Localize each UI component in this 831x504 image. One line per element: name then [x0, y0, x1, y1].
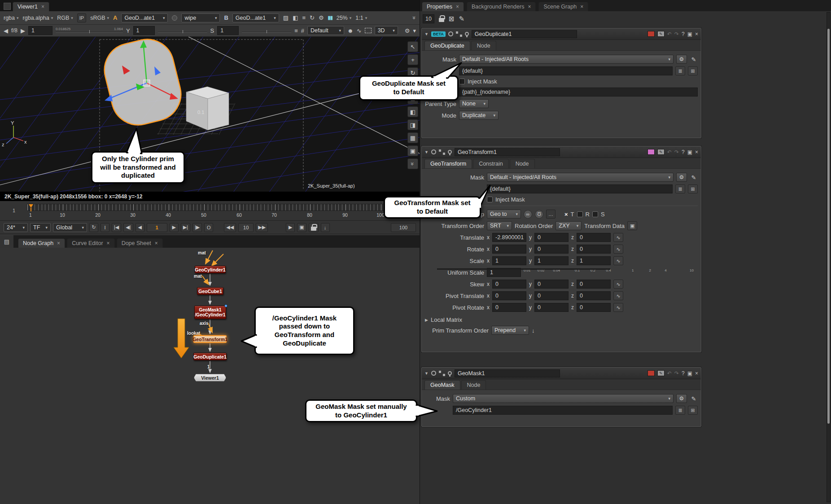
chevron-down-icon[interactable]: ▾	[413, 27, 416, 34]
scale-x-field[interactable]: 1	[492, 256, 526, 265]
float-panel-icon[interactable]: ▣	[687, 370, 692, 377]
prim-order-dropdown[interactable]: Prepend▾	[491, 326, 529, 335]
mask-pattern-field[interactable]: /GeoCylinder1	[453, 406, 673, 415]
lock-range-button[interactable]	[309, 223, 319, 232]
prev-view-icon[interactable]: ◀	[4, 27, 8, 34]
clear-panels-icon[interactable]: ⊠	[449, 15, 455, 23]
close-icon[interactable]: ×	[695, 370, 698, 377]
animation-curve-icon[interactable]: ∿	[613, 280, 623, 289]
node-color-swatch[interactable]	[647, 149, 655, 155]
tab-background-renders[interactable]: Background Renders×	[467, 2, 536, 11]
next-keyframe-button[interactable]: ▶|	[181, 223, 190, 232]
ip-toggle[interactable]: IP	[77, 13, 86, 22]
pivot-translate-z-field[interactable]: 0	[577, 291, 611, 300]
wipe-mode-select[interactable]: wipe▾	[181, 13, 220, 22]
export-button[interactable]: ↓	[321, 223, 330, 232]
pivot-rotate-y-field[interactable]: 0	[534, 303, 569, 312]
play-backward-button[interactable]: ◀	[136, 223, 144, 232]
mode-dropdown[interactable]: Duplicate▾	[459, 111, 499, 120]
node-graph[interactable]: mat mat axis lookat 1 GeoCylinder1 GeoCu…	[0, 248, 420, 504]
gain-slider[interactable]: 0.0186251.064	[56, 26, 123, 35]
input-b-select[interactable]: GeoD...ate1▾	[232, 13, 279, 22]
skew-x-field[interactable]: 0	[492, 280, 526, 289]
tab-node-graph[interactable]: Node Graph×	[18, 238, 65, 248]
scenegraph-pick-icon[interactable]: ⊞	[688, 406, 698, 415]
center-in-dag-icon[interactable]	[431, 149, 436, 154]
playhead[interactable]	[29, 204, 33, 211]
float-panel-icon[interactable]: ▣	[687, 31, 692, 37]
center-in-dag-icon[interactable]	[448, 31, 453, 36]
collapse-tools-icon[interactable]: »	[407, 158, 418, 169]
skew-z-field[interactable]: 0	[577, 280, 611, 289]
rotate-z-field[interactable]: 0	[577, 245, 611, 254]
menu-icon[interactable]: ≡	[302, 14, 306, 21]
scenegraph-pick-icon[interactable]: ⊞	[688, 66, 698, 75]
tab-curve-editor[interactable]: Curve Editor×	[67, 238, 115, 248]
node-geocube1[interactable]: GeoCube1	[197, 287, 223, 295]
inject-mask-checkbox[interactable]	[459, 79, 465, 84]
select-tool-icon[interactable]: ↖	[407, 41, 418, 52]
layout-single-icon[interactable]: ▣	[407, 145, 418, 156]
display-channels-select[interactable]: RGB▾	[57, 15, 73, 21]
tab-node[interactable]: Node	[471, 41, 496, 50]
redo-icon[interactable]: ↷	[674, 149, 679, 155]
node-geotransform1[interactable]: GeoTransform1	[193, 335, 227, 343]
mask-dropdown[interactable]: Default - Injected/All Roots▾	[487, 173, 674, 182]
frame-range-button[interactable]: ▣	[297, 223, 306, 232]
mask-edit-icon[interactable]: ✎	[690, 395, 698, 402]
rotation-order-dropdown[interactable]: ZXY▾	[555, 221, 582, 230]
edit-icon[interactable]: ✎	[459, 15, 465, 23]
frame-increment-field[interactable]: 10	[238, 223, 254, 232]
snap-clear-icon[interactable]: ×	[564, 211, 568, 218]
current-frame-field[interactable]: 1	[147, 223, 167, 232]
settings-icon[interactable]: ⚙	[405, 27, 410, 34]
tab-node[interactable]: Node	[510, 159, 535, 168]
mask-dropdown[interactable]: Custom▾	[453, 394, 674, 403]
close-icon[interactable]: ×	[695, 149, 698, 155]
mask-settings-icon[interactable]: ⚙	[676, 55, 687, 64]
custom-color-swatch[interactable]: ✎	[657, 31, 665, 37]
skew-y-field[interactable]: 0	[534, 280, 569, 289]
transform-order-dropdown[interactable]: SRT▾	[487, 221, 512, 230]
close-icon[interactable]: ×	[107, 240, 110, 246]
refresh-icon[interactable]: ↻	[310, 14, 315, 21]
animation-curve-icon[interactable]: ∿	[613, 233, 623, 242]
zoom-select[interactable]: 25%▾	[337, 15, 352, 21]
mask-settings-icon[interactable]: ⚙	[676, 394, 687, 403]
tab-node[interactable]: Node	[461, 380, 486, 390]
timeline-ruler[interactable]	[27, 204, 414, 211]
redo-icon[interactable]: ↷	[674, 31, 679, 37]
occlusion-icon[interactable]: ☻	[347, 27, 354, 34]
mask-edit-icon[interactable]: ✎	[690, 56, 698, 63]
node-color-swatch[interactable]	[647, 31, 655, 37]
expression-icon[interactable]: ≣	[675, 184, 685, 193]
expression-icon[interactable]: ≣	[675, 66, 685, 75]
animation-curve-icon[interactable]: ∿	[613, 256, 623, 265]
layout-left-icon[interactable]: ◧	[407, 106, 418, 117]
node-dependencies-icon[interactable]	[456, 31, 462, 37]
close-icon[interactable]: ×	[695, 31, 698, 37]
next-view-icon[interactable]: ▶	[21, 27, 25, 34]
close-icon[interactable]: ×	[528, 4, 531, 10]
animation-curve-icon[interactable]: ∿	[613, 291, 623, 300]
saturation-slider[interactable]	[242, 26, 291, 35]
disable-indicator-icon[interactable]	[465, 32, 469, 36]
view-mode-select[interactable]: 3D▾	[375, 26, 398, 35]
node-name-field[interactable]: GeoMask1	[455, 369, 560, 377]
grid-overlay-icon[interactable]: #	[301, 27, 304, 34]
loop-mode-button[interactable]: ↻	[89, 223, 98, 232]
close-icon[interactable]: ×	[155, 240, 158, 246]
help-icon[interactable]: ?	[682, 149, 685, 155]
scrollbar-thumb[interactable]	[827, 29, 830, 424]
translate-y-field[interactable]: 0	[534, 233, 569, 242]
animation-curve-icon[interactable]: ∿	[613, 245, 623, 254]
scale-y-field[interactable]: 1	[534, 256, 569, 265]
go-to-start-button[interactable]: |◀	[112, 223, 121, 232]
range-select[interactable]: Global▾	[53, 223, 87, 232]
step-back-button[interactable]: ◀◀	[224, 223, 236, 232]
roi-icon[interactable]	[365, 28, 372, 33]
disable-indicator-icon[interactable]	[448, 150, 452, 154]
mask-edit-icon[interactable]: ✎	[690, 174, 698, 181]
layout-quad-icon[interactable]: ▦	[407, 132, 418, 143]
pause-icon[interactable]: ▮▮	[328, 15, 332, 21]
